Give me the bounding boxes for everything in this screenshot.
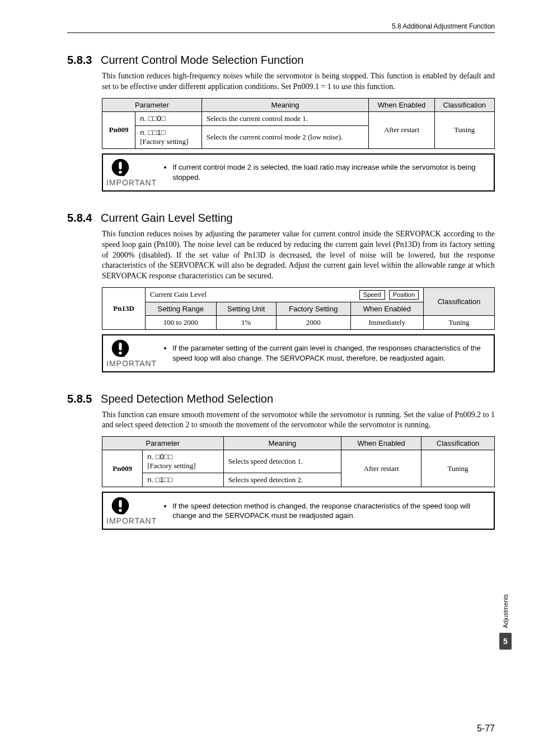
th-meaning: Meaning [202,98,369,111]
param-class: Tuning [434,111,494,148]
th-class: Classification [434,98,494,111]
important-label: IMPORTANT [106,516,157,525]
parameter-table-pn13d: Pn13D Current Gain Level Speed Position … [102,287,495,329]
section-intro: This function can ensure smooth movement… [67,410,495,431]
page: 5.8 Additional Adjustment Function 5.8.3… [0,0,534,756]
important-icon-group: IMPORTANT [106,158,157,187]
section-title: 5.8.3 Current Control Mode Selection Fun… [67,54,495,67]
section-title: 5.8.5 Speed Detection Method Selection [67,393,495,405]
val-when: Immediately [350,315,423,329]
section-heading: Current Gain Level Setting [101,212,233,224]
important-icon [111,158,130,177]
param-code: n. □1□□ [143,473,223,487]
svg-point-3 [119,351,121,354]
important-box: IMPORTANT If the speed detection method … [102,492,495,530]
svg-point-1 [119,171,121,174]
th-range: Setting Range [146,302,217,315]
param-meaning: Selects the current control mode 1. [202,111,369,125]
th-when: When Enabled [341,437,421,450]
section-intro: This function reduces high-frequency noi… [67,71,495,92]
svg-rect-0 [119,162,121,170]
section-5-8-3: 5.8.3 Current Control Mode Selection Fun… [67,54,495,192]
section-5-8-4: 5.8.4 Current Gain Level Setting This fu… [67,212,495,372]
side-chapter-number: 5 [499,633,512,650]
gain-title: Current Gain Level Speed Position [146,288,424,302]
important-label: IMPORTANT [106,178,157,187]
section-number: 5.8.5 [67,393,92,405]
th-parameter: Parameter [102,437,224,450]
parameter-table-pn009b: Parameter Meaning When Enabled Classific… [102,436,495,487]
important-text: If current control mode 2 is selected, t… [163,162,487,182]
val-unit: 1% [216,315,276,329]
important-label: IMPORTANT [106,359,157,368]
th-meaning: Meaning [223,437,341,450]
param-meaning: Selects the current control mode 2 (low … [202,125,369,148]
important-text: If the parameter setting of the current … [163,343,487,363]
svg-rect-2 [119,342,121,350]
important-icon [111,496,130,515]
val-class: Tuning [424,315,495,329]
th-class: Classification [421,437,495,450]
svg-rect-4 [119,500,121,508]
param-code: n. □□0□ [135,111,202,125]
section-intro: This function reduces noises by adjustin… [67,229,495,282]
mode-speed: Speed [359,290,385,299]
section-5-8-5: 5.8.5 Speed Detection Method Selection T… [67,393,495,530]
param-id: Pn009 [102,450,143,487]
section-heading: Speed Detection Method Selection [101,393,273,405]
param-class: Tuning [421,450,495,487]
param-when: After restart [369,111,434,148]
param-id: Pn13D [102,288,146,329]
param-id: Pn009 [102,111,135,148]
mode-position: Position [389,290,419,299]
section-number: 5.8.3 [67,54,92,66]
important-box: IMPORTANT If the parameter setting of th… [102,334,495,372]
important-text: If the speed detection method is changed… [163,501,487,521]
parameter-table-pn009a: Parameter Meaning When Enabled Classific… [102,98,495,149]
th-unit: Setting Unit [216,302,276,315]
th-when: When Enabled [369,98,434,111]
important-box: IMPORTANT If current control mode 2 is s… [102,153,495,192]
side-label: Adjustments [502,594,509,628]
val-range: 100 to 2000 [146,315,217,329]
param-meaning: Selects speed detection 1. [223,450,341,473]
section-heading: Current Control Mode Selection Function [101,54,303,66]
section-number: 5.8.4 [67,212,92,224]
important-icon-group: IMPORTANT [106,496,157,525]
th-parameter: Parameter [102,98,202,111]
th-class: Classification [424,288,495,315]
side-tab: Adjustments 5 [499,594,512,650]
important-icon-group: IMPORTANT [106,339,157,368]
section-title: 5.8.4 Current Gain Level Setting [67,212,495,225]
param-meaning: Selects speed detection 2. [223,473,341,487]
val-factory: 2000 [276,315,350,329]
important-icon [111,339,130,358]
th-when: When Enabled [350,302,423,315]
param-code: n. □0□□ [Factory setting] [143,450,223,473]
svg-point-5 [119,509,121,512]
param-code: n. □□1□ [Factory setting] [135,125,202,148]
running-header: 5.8 Additional Adjustment Function [67,22,495,33]
param-when: After restart [341,450,421,487]
page-number: 5-77 [477,724,495,734]
th-factory: Factory Setting [276,302,350,315]
